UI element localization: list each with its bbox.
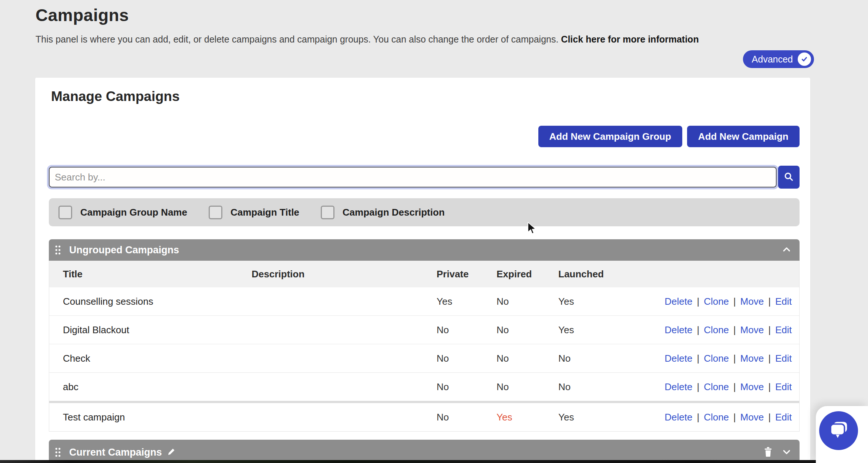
delete-group-button[interactable] [764, 447, 772, 458]
page-title: Campaigns [36, 5, 868, 25]
edit-link[interactable]: Edit [775, 353, 792, 364]
cell-title: Digital Blackout [63, 324, 252, 336]
clone-link[interactable]: Clone [704, 296, 729, 307]
collapse-group-button[interactable] [782, 245, 791, 256]
filter-label: Campaign Group Name [80, 207, 187, 218]
separator: | [768, 353, 771, 364]
filter-label: Campaign Description [343, 207, 445, 218]
advanced-toggle[interactable]: Advanced [743, 50, 814, 68]
search-input[interactable] [49, 167, 777, 187]
drag-handle-icon[interactable] [55, 245, 61, 255]
advanced-label: Advanced [752, 54, 793, 65]
filter-campaign-group-name: Campaign Group Name [58, 206, 187, 219]
checkbox-campaign-group-name[interactable] [58, 206, 72, 219]
cell-title: Check [63, 353, 252, 364]
delete-link[interactable]: Delete [665, 296, 692, 307]
edit-link[interactable]: Edit [775, 324, 792, 336]
panel-title: Manage Campaigns [51, 89, 800, 104]
cell-launched: Yes [558, 412, 632, 423]
cell-launched: Yes [558, 324, 632, 336]
cell-expired: Yes [497, 412, 558, 423]
filter-campaign-title: Campaign Title [209, 206, 299, 219]
table-row: Check No No No Delete|Clone|Move|Edit [49, 344, 799, 372]
edit-link[interactable]: Edit [775, 412, 792, 423]
chevron-down-icon [782, 447, 791, 458]
search-button[interactable] [778, 166, 800, 189]
search-row [49, 166, 800, 189]
check-circle-icon [798, 53, 811, 66]
edit-group-name-button[interactable] [167, 448, 175, 457]
delete-link[interactable]: Delete [665, 381, 692, 393]
add-campaign-group-button[interactable]: Add New Campaign Group [538, 126, 682, 147]
move-link[interactable]: Move [740, 324, 764, 336]
chat-widget-container [816, 406, 868, 463]
separator: | [768, 381, 771, 393]
cell-private: No [437, 412, 497, 423]
clone-link[interactable]: Clone [704, 381, 729, 393]
cell-expired: No [497, 381, 558, 393]
chat-launcher-button[interactable] [819, 411, 858, 450]
cell-private: Yes [437, 296, 497, 307]
cell-private: No [437, 353, 497, 364]
move-link[interactable]: Move [740, 296, 764, 307]
separator: | [733, 412, 736, 423]
col-header-expired: Expired [497, 268, 558, 280]
delete-link[interactable]: Delete [665, 412, 692, 423]
cell-private: No [437, 324, 497, 336]
expand-group-button[interactable] [782, 447, 791, 458]
add-campaign-button[interactable]: Add New Campaign [687, 126, 800, 147]
row-actions: Delete|Clone|Move|Edit [632, 412, 799, 423]
table-row: Counselling sessions Yes No Yes Delete|C… [49, 287, 799, 315]
campaigns-table: Title Description Private Expired Launch… [49, 261, 800, 432]
checkbox-campaign-description[interactable] [321, 206, 334, 219]
separator: | [733, 353, 736, 364]
cell-launched: No [558, 353, 632, 364]
clone-link[interactable]: Clone [704, 412, 729, 423]
delete-link[interactable]: Delete [665, 324, 692, 336]
page-description: This panel is where you can add, edit, o… [36, 34, 868, 45]
edit-link[interactable]: Edit [775, 296, 792, 307]
edit-link[interactable]: Edit [775, 381, 792, 393]
separator: | [697, 381, 699, 393]
cell-title: Test campaign [63, 412, 252, 423]
drag-handle-icon[interactable] [55, 447, 61, 457]
separator: | [768, 412, 771, 423]
checkbox-campaign-title[interactable] [209, 206, 222, 219]
cell-title: Counselling sessions [63, 296, 252, 307]
move-link[interactable]: Move [740, 412, 764, 423]
clone-link[interactable]: Clone [704, 324, 729, 336]
clone-link[interactable]: Clone [704, 353, 729, 364]
cell-private: No [437, 381, 497, 393]
more-info-link[interactable]: Click here for more information [561, 34, 699, 44]
filter-label: Campaign Title [231, 207, 299, 218]
pencil-icon [167, 448, 175, 457]
separator: | [733, 324, 736, 336]
table-row: Digital Blackout No No Yes Delete|Clone|… [49, 315, 799, 344]
move-link[interactable]: Move [740, 381, 764, 393]
delete-link[interactable]: Delete [665, 353, 692, 364]
separator: | [733, 381, 736, 393]
trash-icon [764, 447, 772, 458]
search-icon [784, 172, 794, 183]
group-name: Ungrouped Campaigns [69, 244, 179, 256]
cell-expired: No [497, 353, 558, 364]
move-link[interactable]: Move [740, 353, 764, 364]
manage-campaigns-panel: Manage Campaigns Add New Campaign Group … [35, 78, 810, 461]
separator: | [768, 324, 771, 336]
group-header-current-campaigns[interactable]: Current Campaigns [49, 440, 800, 463]
group-header-ungrouped-campaigns[interactable]: Ungrouped Campaigns [49, 239, 800, 261]
separator: | [697, 324, 699, 336]
separator: | [733, 296, 736, 307]
separator: | [697, 296, 699, 307]
row-actions: Delete|Clone|Move|Edit [632, 296, 799, 307]
col-header-description: Description [252, 268, 437, 280]
description-text: This panel is where you can add, edit, o… [36, 34, 561, 44]
cell-launched: No [558, 381, 632, 393]
row-actions: Delete|Clone|Move|Edit [632, 353, 799, 364]
chevron-up-icon [782, 245, 791, 256]
search-filter-bar: Campaign Group Name Campaign Title Campa… [49, 198, 800, 226]
filter-campaign-description: Campaign Description [321, 206, 445, 219]
separator: | [768, 296, 771, 307]
bottom-edge-strip [0, 460, 868, 463]
group-name: Current Campaigns [69, 447, 162, 458]
